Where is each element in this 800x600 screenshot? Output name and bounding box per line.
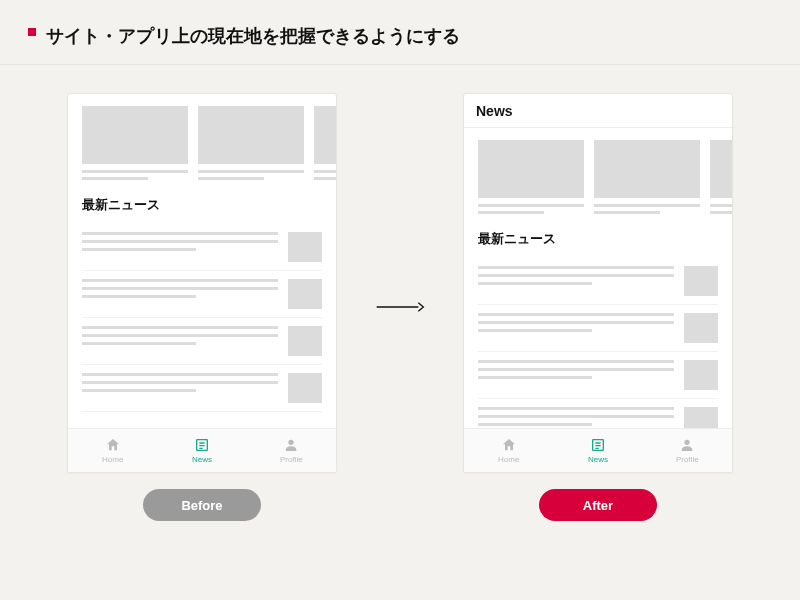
page-title: サイト・アプリ上の現在地を把握できるようにする (46, 24, 460, 48)
card (198, 106, 304, 184)
arrow-right-icon (375, 299, 425, 315)
tab-label: News (192, 455, 212, 464)
svg-point-4 (289, 440, 294, 445)
list-item (82, 365, 322, 412)
home-icon (105, 437, 121, 453)
tab-profile[interactable]: Profile (643, 429, 732, 472)
news-icon (194, 437, 210, 453)
tab-label: Profile (676, 455, 699, 464)
profile-icon (283, 437, 299, 453)
thumbnail (288, 326, 322, 356)
before-column: 最新ニュース Home News Profile (67, 93, 337, 521)
title-bar-label: News (476, 103, 513, 119)
thumbnail (684, 360, 718, 390)
home-icon (501, 437, 517, 453)
before-phone-mock: 最新ニュース Home News Profile (67, 93, 337, 473)
thumbnail (288, 373, 322, 403)
after-column: News 最新ニュース Home (463, 93, 733, 521)
tab-news[interactable]: News (553, 429, 642, 472)
section-title: 最新ニュース (82, 196, 322, 214)
card (314, 106, 336, 184)
heading-row: サイト・アプリ上の現在地を把握できるようにする (0, 0, 800, 65)
tab-label: Profile (280, 455, 303, 464)
list-item (82, 318, 322, 365)
after-phone-mock: News 最新ニュース Home (463, 93, 733, 473)
list-item (478, 305, 718, 352)
before-content: 最新ニュース (68, 94, 336, 428)
thumbnail (684, 266, 718, 296)
after-content: 最新ニュース (464, 128, 732, 428)
tab-label: Home (102, 455, 123, 464)
list-item (82, 271, 322, 318)
tab-news[interactable]: News (157, 429, 246, 472)
thumbnail (288, 279, 322, 309)
list-item (478, 258, 718, 305)
card (478, 140, 584, 218)
section-title: 最新ニュース (478, 230, 718, 248)
tab-bar: Home News Profile (68, 428, 336, 472)
svg-point-10 (685, 440, 690, 445)
thumbnail (684, 313, 718, 343)
list-item (478, 399, 718, 428)
tab-home[interactable]: Home (68, 429, 157, 472)
title-bar: News (464, 94, 732, 128)
tab-profile[interactable]: Profile (247, 429, 336, 472)
comparison-stage: 最新ニュース Home News Profile (0, 65, 800, 531)
tab-home[interactable]: Home (464, 429, 553, 472)
profile-icon (679, 437, 695, 453)
tab-label: News (588, 455, 608, 464)
card-row (478, 140, 718, 218)
card (594, 140, 700, 218)
tab-bar: Home News Profile (464, 428, 732, 472)
card (82, 106, 188, 184)
before-label-pill: Before (143, 489, 261, 521)
after-label-pill: After (539, 489, 657, 521)
list-item (478, 352, 718, 399)
list-item (82, 224, 322, 271)
news-icon (590, 437, 606, 453)
bullet-icon (28, 28, 36, 36)
card-row (82, 106, 322, 184)
thumbnail (684, 407, 718, 428)
card (710, 140, 732, 218)
thumbnail (288, 232, 322, 262)
tab-label: Home (498, 455, 519, 464)
